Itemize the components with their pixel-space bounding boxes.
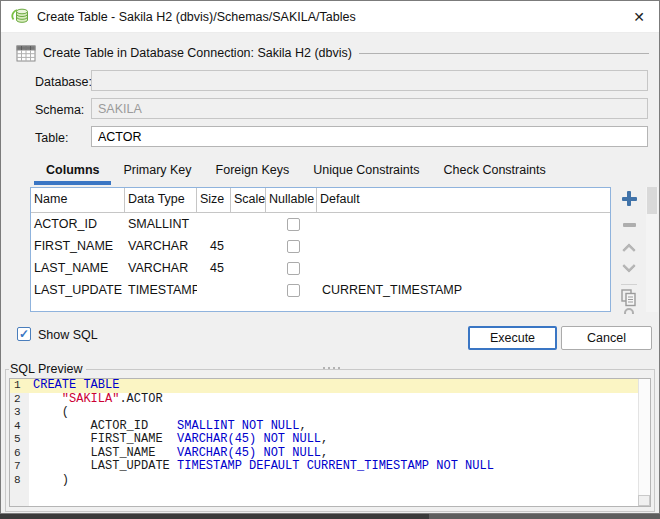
table-row[interactable]: LAST_UPDATETIMESTAMPCURRENT_TIMESTAMP [31, 279, 610, 301]
sql-line: 6 LAST_NAME VARCHAR(45) NOT NULL, [10, 447, 650, 461]
cancel-button[interactable]: Cancel [561, 326, 652, 350]
copy-icon[interactable] [621, 289, 637, 307]
move-up-icon[interactable] [622, 243, 636, 257]
cell-data-type[interactable]: SMALLINT [125, 217, 197, 231]
cell-name[interactable]: LAST_NAME [31, 261, 125, 275]
line-number: 1 [10, 379, 29, 393]
show-sql-checkbox[interactable]: ✓ [17, 327, 31, 341]
table-row[interactable]: FIRST_NAMEVARCHAR45 [31, 235, 610, 257]
tab-foreign-keys[interactable]: Foreign Keys [204, 158, 302, 185]
nullable-checkbox[interactable] [287, 262, 300, 275]
table-name-input[interactable] [91, 126, 648, 147]
cell-name[interactable]: ACTOR_ID [31, 217, 125, 231]
database-field [91, 70, 648, 91]
tab-primary-key[interactable]: Primary Key [111, 158, 203, 185]
table-label: Table: [35, 131, 68, 145]
columns-grid-body: ACTOR_IDSMALLINTFIRST_NAMEVARCHAR45LAST_… [31, 213, 610, 301]
group-rule [359, 53, 649, 54]
cell-size[interactable]: 45 [197, 239, 231, 253]
cell-data-type[interactable]: TIMESTAMP [125, 283, 197, 297]
sql-line: 7 LAST_UPDATE TIMESTAMP DEFAULT CURRENT_… [10, 460, 650, 474]
line-number: 8 [10, 474, 29, 488]
show-sql-label: Show SQL [38, 328, 98, 342]
create-table-dialog: Create Table - Sakila H2 (dbvis)/Schemas… [0, 0, 660, 514]
table-row[interactable]: LAST_NAMEVARCHAR45 [31, 257, 610, 279]
paste-icon[interactable] [623, 308, 635, 314]
sql-line: 5 FIRST_NAME VARCHAR(45) NOT NULL, [10, 433, 650, 447]
toolbar-divider [621, 284, 637, 285]
nullable-checkbox[interactable] [287, 218, 300, 231]
line-number: 3 [10, 406, 29, 420]
sql-line: 4 ACTOR_ID SMALLINT NOT NULL, [10, 420, 650, 434]
grid-toolbar [612, 189, 646, 316]
sql-preview-editor[interactable]: 1CREATE TABLE2 "SAKILA".ACTOR3 (4 ACTOR_… [9, 378, 651, 507]
table-row[interactable]: ACTOR_IDSMALLINT [31, 213, 610, 235]
line-number: 7 [10, 460, 29, 474]
sql-line: 2 "SAKILA".ACTOR [10, 393, 650, 407]
add-column-icon[interactable] [622, 191, 637, 206]
cell-data-type[interactable]: VARCHAR [125, 261, 197, 275]
nullable-checkbox[interactable] [287, 284, 300, 297]
tab-columns[interactable]: Columns [34, 158, 111, 185]
column-header-scale[interactable]: Scale [231, 188, 266, 212]
column-header-default[interactable]: Default [317, 188, 610, 212]
columns-grid[interactable]: NameData TypeSizeScaleNullableDefault AC… [30, 187, 611, 312]
column-header-name[interactable]: Name [31, 188, 125, 212]
connection-group-title: Create Table in Database Connection: Sak… [43, 46, 352, 60]
cell-name[interactable]: LAST_UPDATE [31, 283, 125, 297]
move-down-icon[interactable] [622, 259, 636, 273]
window-title: Create Table - Sakila H2 (dbvis)/Schemas… [37, 10, 356, 24]
column-header-size[interactable]: Size [197, 188, 231, 212]
tab-check-constraints[interactable]: Check Constraints [432, 158, 558, 185]
execute-button[interactable]: Execute [468, 326, 557, 350]
sql-line: 8 ) [10, 474, 650, 488]
sql-line: 1CREATE TABLE [10, 379, 650, 393]
grid-scrollbar[interactable] [646, 187, 658, 312]
sql-line: 3 ( [10, 406, 650, 420]
cell-name[interactable]: FIRST_NAME [31, 239, 125, 253]
sql-preview-title: SQL Preview [9, 362, 86, 376]
connection-group-header: Create Table in Database Connection: Sak… [16, 43, 649, 63]
line-number: 4 [10, 420, 29, 434]
line-number: 5 [10, 433, 29, 447]
cell-default[interactable]: CURRENT_TIMESTAMP [317, 283, 610, 297]
table-grid-icon [16, 45, 36, 62]
cell-size[interactable]: 45 [197, 261, 231, 275]
title-bar: Create Table - Sakila H2 (dbvis)/Schemas… [1, 1, 659, 33]
column-header-nullable[interactable]: Nullable [266, 188, 317, 212]
editor-scroll-corner [638, 495, 650, 506]
background-strip [0, 514, 660, 519]
nullable-checkbox[interactable] [287, 240, 300, 253]
database-label: Database: [35, 75, 92, 89]
database-create-icon [10, 7, 29, 26]
column-header-data-type[interactable]: Data Type [125, 188, 197, 212]
tab-unique-constraints[interactable]: Unique Constraints [301, 158, 431, 185]
line-number: 6 [10, 447, 29, 461]
remove-column-icon[interactable] [623, 223, 636, 227]
close-icon[interactable]: ✕ [633, 10, 645, 24]
schema-label: Schema: [35, 103, 84, 117]
line-number: 2 [10, 393, 29, 407]
cell-data-type[interactable]: VARCHAR [125, 239, 197, 253]
sql-preview-group: SQL Preview 1CREATE TABLE2 "SAKILA".ACTO… [5, 369, 655, 512]
schema-field [91, 98, 648, 119]
tab-bar: ColumnsPrimary KeyForeign KeysUnique Con… [34, 158, 558, 185]
check-icon: ✓ [19, 327, 29, 341]
columns-grid-header: NameData TypeSizeScaleNullableDefault [31, 188, 610, 213]
editor-scrollbar[interactable] [638, 379, 650, 506]
grid-scrollbar-thumb[interactable] [647, 187, 657, 214]
